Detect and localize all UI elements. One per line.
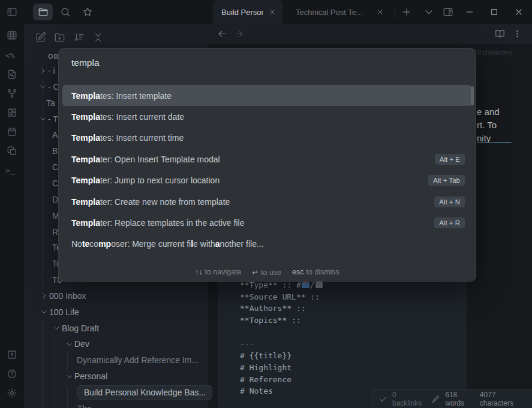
tree-item-label: Ta — [46, 98, 55, 108]
tree-file-item[interactable]: Dynamically Add Reference Im... — [24, 352, 208, 368]
status-bar: 0 backlinks 618 words 4077 characters — [372, 389, 532, 408]
navigate-forward-icon[interactable] — [234, 29, 244, 39]
chevron-down-icon[interactable] — [65, 340, 73, 348]
new-tab-icon[interactable] — [401, 7, 412, 17]
palette-result-item[interactable]: Templater: Replace templates in the acti… — [62, 212, 472, 233]
window-close-icon[interactable] — [514, 7, 524, 17]
result-text: oser: Merge current fi — [111, 239, 191, 249]
file-search-icon[interactable] — [7, 69, 17, 80]
tree-item-label: - C — [48, 82, 59, 92]
result-text: e with — [193, 239, 215, 249]
chevron-down-icon[interactable] — [40, 308, 48, 316]
tree-folder-item[interactable]: Dev — [24, 336, 208, 352]
more-options-icon[interactable] — [512, 29, 522, 39]
tree-item-label: - T — [48, 114, 58, 124]
code-line: # {{title}} — [240, 350, 323, 362]
result-text: nother file... — [220, 239, 263, 249]
tree-item-label: A — [52, 130, 58, 140]
tree-file-item[interactable]: Build Personal Knowledge Bas... — [24, 385, 208, 400]
help-icon[interactable] — [7, 368, 17, 379]
code-line — [240, 327, 323, 339]
tab-divider — [395, 7, 395, 17]
left-ribbon: <% >_ — [0, 0, 24, 408]
match-highlight: Templa — [71, 91, 100, 101]
settings-gear-icon[interactable] — [7, 388, 17, 398]
match-highlight: Templa — [71, 112, 100, 122]
palette-result-item[interactable]: Templates: Insert template — [62, 85, 472, 106]
dashboard-grid-icon[interactable] — [7, 107, 17, 118]
window-maximize-icon[interactable] — [489, 7, 499, 17]
table-icon[interactable] — [7, 30, 17, 41]
hotkey-chip: Alt + Tab — [428, 175, 465, 186]
tab-build-personal-knowledge[interactable]: Build Personal Kn... — [213, 0, 282, 24]
hotkey-chip: Alt + N — [434, 197, 465, 207]
tree-item-label: R — [52, 227, 58, 237]
backlinks-count[interactable]: 0 backlinks — [392, 391, 424, 407]
git-fork-icon[interactable] — [7, 88, 17, 99]
template-percent-icon[interactable]: <% — [5, 51, 15, 60]
paragraph-fragment: e and rt. To nity — [477, 105, 500, 145]
tab-list-chevron-icon[interactable] — [423, 7, 434, 17]
code-line: # Highlight — [240, 362, 323, 374]
chevron-down-icon[interactable] — [39, 83, 47, 90]
sidebar-header — [24, 0, 208, 24]
chevron-down-icon[interactable] — [65, 373, 73, 380]
close-tab-icon[interactable] — [268, 8, 276, 16]
bookmarks-star-icon[interactable] — [82, 7, 93, 17]
palette-scrollbar[interactable] — [471, 86, 474, 105]
palette-result-item[interactable]: Templates: Insert current date — [62, 106, 472, 127]
command-palette: Templates: Insert templateTemplates: Ins… — [58, 48, 476, 282]
tree-item-label: Blog Draft — [62, 324, 99, 333]
hotkey-chip: Alt + R — [434, 217, 465, 228]
close-tab-icon[interactable] — [376, 8, 384, 16]
palette-result-item[interactable]: Templater: Jump to next cursor locationA… — [62, 170, 472, 191]
tree-item-label: - i — [48, 66, 55, 75]
reading-view-icon[interactable] — [495, 29, 505, 39]
code-line: --- — [240, 338, 323, 350]
tree-item-label: B — [52, 146, 58, 156]
code-line: # Notes — [240, 385, 323, 397]
folder-icon — [38, 7, 49, 17]
code-line: **Source URL** :: — [240, 291, 323, 303]
tree-file-item[interactable]: The... — [24, 401, 208, 408]
tree-folder-item[interactable]: 000 Inbox — [24, 288, 208, 304]
tab-technical-post[interactable]: Technical Post Te... — [287, 0, 390, 24]
toggle-right-sidebar-icon[interactable] — [443, 7, 453, 17]
terminal-icon[interactable]: >_ — [5, 166, 15, 175]
palette-search-input[interactable] — [59, 49, 476, 77]
chevron-down-icon[interactable] — [53, 324, 61, 332]
match-highlight: te — [82, 239, 89, 249]
calendar-icon[interactable] — [7, 126, 17, 137]
tree-folder-item[interactable]: Personal — [24, 368, 208, 384]
match-highlight: Templa — [71, 155, 100, 164]
chevron-right-icon[interactable] — [40, 292, 48, 300]
word-count[interactable]: 618 words — [445, 391, 475, 407]
tree-folder-item[interactable]: Blog Draft — [24, 321, 208, 336]
vault-switcher-icon[interactable] — [7, 349, 17, 360]
code-line: **Topics** :: — [240, 315, 323, 327]
files-tab-button[interactable] — [33, 4, 53, 20]
palette-results: Templates: Insert templateTemplates: Ins… — [62, 85, 472, 255]
chevron-right-icon[interactable] — [39, 67, 47, 75]
code-lines: **Type** :: #/**Source URL** ::**Authors… — [240, 279, 323, 397]
toggle-left-sidebar-icon[interactable] — [7, 7, 17, 17]
tab-label: Technical Post Te... — [296, 8, 371, 17]
faint-status-fragment: s 0 characters — [473, 49, 512, 56]
paragraph-line: e and — [477, 105, 500, 119]
copy-icon[interactable] — [7, 146, 17, 156]
result-text: ter: Replace templates in the active fil… — [100, 218, 244, 228]
result-text: tes: Insert current time — [100, 133, 184, 143]
code-line: **Authors** :: — [240, 303, 323, 315]
palette-result-item[interactable]: Templater: Create new note from template… — [62, 191, 472, 212]
palette-result-item[interactable]: Templates: Insert current time — [62, 128, 472, 149]
character-count[interactable]: 4077 characters — [480, 391, 526, 407]
search-tab-icon[interactable] — [60, 7, 71, 17]
palette-result-item[interactable]: Templater: Open Insert Template modalAlt… — [62, 149, 472, 170]
window-minimize-icon[interactable] — [465, 7, 474, 17]
palette-result-item[interactable]: Note composer: Merge current file with a… — [62, 234, 472, 255]
match-highlight: a — [215, 239, 220, 249]
navigate-back-icon[interactable] — [217, 29, 227, 39]
tree-folder-item[interactable]: 100 Life — [24, 304, 208, 320]
chevron-down-icon[interactable] — [39, 115, 47, 123]
link-underline-fragment — [477, 142, 512, 143]
